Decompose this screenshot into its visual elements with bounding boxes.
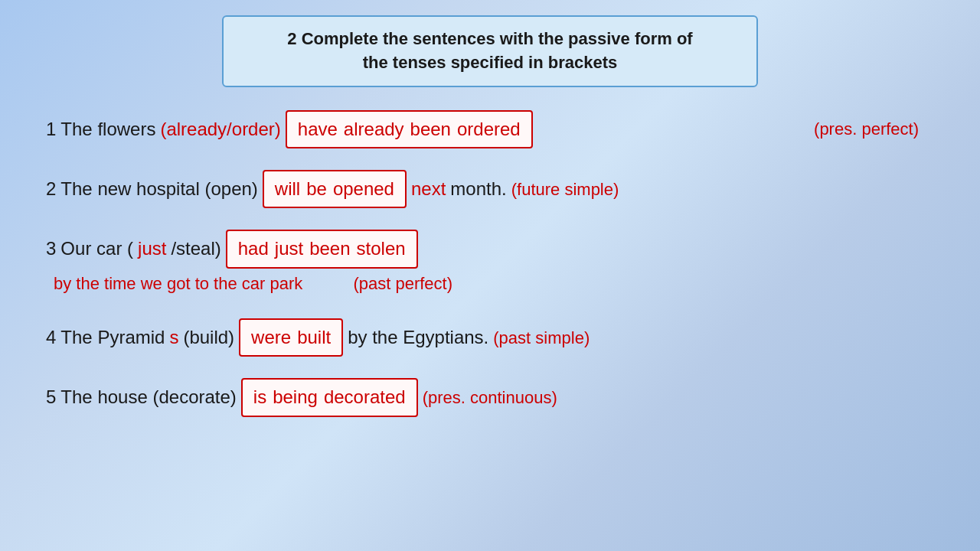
s1-word-3: been	[410, 115, 451, 144]
s1-word-2: already	[344, 115, 404, 144]
s1-word-1: have	[298, 115, 338, 144]
s5-word-3: decorated	[324, 383, 406, 412]
sentences-area: 1 The flowers (already/order) have alrea…	[31, 110, 949, 417]
s3-word-1: had	[238, 234, 269, 263]
s3-steal: /steal)	[171, 234, 220, 263]
sentence-number-2: 2	[46, 174, 56, 204]
sentence-row-3: 3 Our car (just/steal) had just been sto…	[46, 230, 934, 297]
s3-word-4: stolen	[357, 234, 406, 263]
s4-build: (build)	[183, 323, 234, 352]
s1-answer-box: have already been ordered	[286, 110, 533, 148]
s2-answer-box: will be opened	[263, 170, 407, 208]
sentence-number-4: 4	[46, 323, 56, 352]
sentence-line-2: 2 The new hospital (open) will be opened…	[46, 170, 934, 208]
title-box: 2 Complete the sentences with the passiv…	[222, 15, 758, 87]
s3-answer-box: had just been stolen	[226, 230, 418, 268]
s2-word-2: be	[306, 174, 327, 204]
s3-sub-line: by the time we got to the car park (past…	[46, 270, 934, 297]
s4-word-1: were	[251, 323, 291, 352]
sentence-number-3: 3	[46, 234, 56, 263]
s3-sub-text: by the time we got to the car park	[54, 274, 302, 293]
s5-tense: (pres. continuous)	[423, 384, 557, 411]
s2-word-3: opened	[333, 174, 394, 204]
s1-tense: (pres. perfect)	[814, 116, 934, 142]
s5-word-2: being	[273, 383, 318, 412]
sentence-row-5: 5 The house (decorate) is being decorate…	[46, 378, 934, 416]
sentence-line-1: 1 The flowers (already/order) have alrea…	[46, 110, 934, 148]
s1-prefix: The flowers	[60, 115, 155, 144]
s1-word-4: ordered	[457, 115, 521, 144]
s4-answer-box: were built	[239, 318, 343, 357]
s4-word-2: built	[297, 323, 331, 352]
sentence-line-3: 3 Our car (just/steal) had just been sto…	[46, 230, 934, 268]
s4-prefix-the: The Pyramid	[60, 323, 165, 352]
s1-hint: (already/order)	[160, 115, 280, 144]
sentence-row-4: 4 The Pyramids (build) were built by the…	[46, 318, 934, 357]
s4-tense: (past simple)	[493, 324, 590, 351]
s3-word-2: just	[275, 234, 303, 263]
s4-suffix: by the Egyptians.	[348, 323, 488, 352]
s2-month: month.	[450, 174, 506, 204]
sentence-row-1: 1 The flowers (already/order) have alrea…	[46, 110, 934, 148]
sentence-number-5: 5	[46, 383, 56, 412]
s5-prefix: The house (decorate)	[60, 383, 236, 412]
s3-word-3: been	[309, 234, 350, 263]
title-line1: 2 Complete the sentences with the passiv…	[287, 29, 692, 48]
s2-next: next	[411, 174, 446, 204]
s2-tense: (future simple)	[511, 176, 619, 203]
s3-tense: (past perfect)	[353, 274, 452, 293]
s3-prefix-our: Our car (	[60, 234, 133, 263]
s4-s: s	[169, 323, 178, 352]
s2-word-1: will	[275, 174, 300, 204]
s3-just: just	[138, 234, 166, 263]
sentence-row-2: 2 The new hospital (open) will be opened…	[46, 170, 934, 208]
page-container: 2 Complete the sentences with the passiv…	[0, 0, 980, 551]
title-text: 2 Complete the sentences with the passiv…	[247, 28, 733, 75]
s2-prefix: The new hospital (open)	[60, 174, 257, 204]
sentence-number-1: 1	[46, 115, 56, 144]
s5-word-1: is	[253, 383, 266, 412]
s5-answer-box: is being decorated	[241, 378, 418, 416]
sentence-line-5: 5 The house (decorate) is being decorate…	[46, 378, 934, 416]
title-line2: the tenses specified in brackets	[363, 53, 618, 72]
sentence-line-4: 4 The Pyramids (build) were built by the…	[46, 318, 934, 357]
